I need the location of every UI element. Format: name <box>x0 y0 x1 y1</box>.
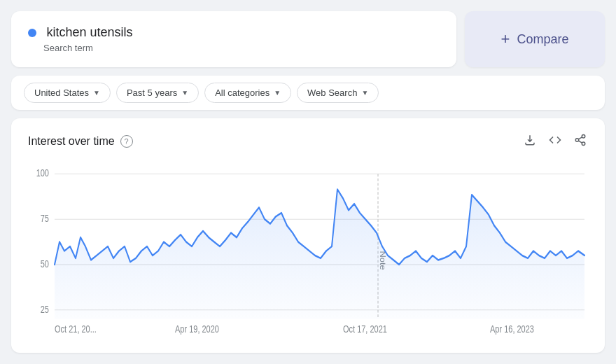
search-term-dot <box>28 29 36 37</box>
chart-area: 100 75 50 25 Note Oct 21, <box>28 160 588 342</box>
chart-card: Interest over time ? <box>11 118 605 353</box>
chevron-down-icon: ▼ <box>181 89 188 97</box>
svg-text:50: 50 <box>41 258 49 270</box>
search-term-label: Search term <box>28 43 440 53</box>
embed-button[interactable] <box>547 132 563 150</box>
share-button[interactable] <box>573 132 588 150</box>
chart-title: Interest over time <box>28 135 115 148</box>
chart-title-group: Interest over time ? <box>28 135 133 148</box>
chart-actions <box>522 132 588 150</box>
filter-category[interactable]: All categories ▼ <box>204 83 291 103</box>
compare-label: Compare <box>517 32 568 47</box>
svg-line-3 <box>578 141 582 143</box>
chevron-down-icon: ▼ <box>361 89 368 97</box>
search-term-name: kitchen utensils <box>46 25 132 39</box>
filter-category-label: All categories <box>215 88 270 98</box>
filter-region-label: United States <box>34 88 89 98</box>
filter-type[interactable]: Web Search ▼ <box>297 83 379 103</box>
help-icon[interactable]: ? <box>120 135 133 148</box>
svg-text:Oct 17, 2021: Oct 17, 2021 <box>343 323 387 335</box>
search-term-card: kitchen utensils Search term <box>11 11 456 67</box>
filter-time[interactable]: Past 5 years ▼ <box>116 83 199 103</box>
compare-card[interactable]: + Compare <box>465 11 605 67</box>
svg-text:25: 25 <box>41 303 49 315</box>
filter-type-label: Web Search <box>307 88 357 98</box>
filter-region[interactable]: United States ▼ <box>24 83 111 103</box>
svg-line-4 <box>578 137 582 139</box>
svg-text:Oct 21, 20...: Oct 21, 20... <box>55 323 97 335</box>
svg-text:75: 75 <box>41 213 49 225</box>
svg-text:100: 100 <box>36 167 49 179</box>
filters-row: United States ▼ Past 5 years ▼ All categ… <box>11 76 605 110</box>
svg-point-1 <box>575 139 579 142</box>
svg-point-2 <box>582 142 585 146</box>
chevron-down-icon: ▼ <box>274 89 281 97</box>
svg-point-0 <box>582 135 585 139</box>
svg-text:Apr 16, 2023: Apr 16, 2023 <box>490 323 534 335</box>
chart-header: Interest over time ? <box>28 132 588 150</box>
trend-chart: 100 75 50 25 Note Oct 21, <box>28 160 588 342</box>
chevron-down-icon: ▼ <box>93 89 100 97</box>
download-button[interactable] <box>522 132 538 150</box>
svg-text:Apr 19, 2020: Apr 19, 2020 <box>175 323 219 335</box>
filter-time-label: Past 5 years <box>127 88 177 98</box>
compare-plus-icon: + <box>501 30 510 48</box>
